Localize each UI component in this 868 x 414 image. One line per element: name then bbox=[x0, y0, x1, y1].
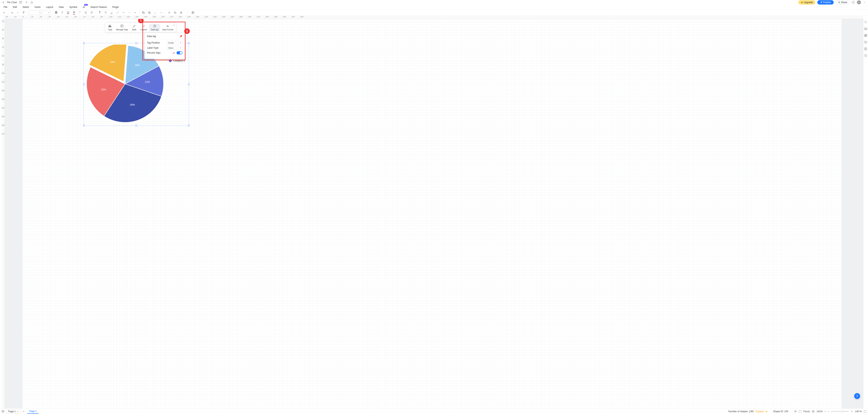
share-button[interactable]: Share bbox=[836, 0, 849, 4]
share-label: Share bbox=[841, 1, 847, 4]
align-h-icon[interactable] bbox=[83, 10, 89, 15]
play-icon[interactable] bbox=[812, 410, 814, 413]
bold-icon[interactable]: B bbox=[54, 10, 59, 15]
zoom-slider[interactable] bbox=[831, 411, 849, 412]
pin-icon[interactable]: ⇗ bbox=[173, 24, 175, 27]
line-dash-icon[interactable] bbox=[127, 10, 132, 15]
svg-rect-26 bbox=[866, 36, 867, 37]
menu-edit[interactable]: Edit bbox=[13, 6, 17, 8]
undo-icon[interactable] bbox=[9, 10, 15, 15]
handle-mr[interactable] bbox=[188, 83, 190, 85]
underline-icon[interactable]: U bbox=[65, 10, 71, 15]
font-family-select[interactable]: ▾ bbox=[29, 10, 42, 15]
menu-view[interactable]: View bbox=[59, 6, 64, 8]
fit-icon[interactable] bbox=[864, 410, 866, 413]
help-fab[interactable] bbox=[854, 393, 860, 399]
bar-chart-icon bbox=[108, 24, 112, 28]
svg-rect-13 bbox=[161, 12, 162, 13]
style-icon bbox=[132, 24, 136, 28]
svg-rect-23 bbox=[864, 34, 865, 35]
line-style-icon[interactable] bbox=[121, 10, 126, 15]
zoom-label-a[interactable]: 141% bbox=[816, 410, 823, 413]
canvas[interactable]: 19%16%13%29%23% alue Category 4 Category… bbox=[5, 19, 863, 409]
zoom-out-icon[interactable]: − bbox=[828, 410, 829, 413]
image-panel-icon[interactable] bbox=[864, 27, 868, 31]
handle-bm[interactable] bbox=[135, 125, 137, 126]
history-panel-icon[interactable] bbox=[864, 54, 868, 58]
save-icon[interactable] bbox=[19, 1, 23, 4]
table-icon[interactable] bbox=[190, 10, 196, 15]
svg-rect-14 bbox=[180, 12, 182, 13]
text-direction-icon[interactable]: T bbox=[77, 10, 83, 15]
handle-tr[interactable] bbox=[188, 42, 190, 44]
pin-icon[interactable]: 📌 bbox=[180, 35, 183, 38]
present-panel-icon[interactable] bbox=[864, 41, 868, 44]
font-color-icon[interactable]: A bbox=[71, 10, 77, 15]
expand-link[interactable]: Expand bbox=[755, 410, 764, 413]
avatar-caret-icon[interactable] bbox=[863, 1, 866, 4]
publish-button[interactable]: Publish bbox=[817, 0, 834, 4]
notes-panel-icon[interactable] bbox=[864, 47, 868, 51]
crop-icon[interactable] bbox=[173, 10, 178, 15]
tools-icon[interactable] bbox=[184, 10, 190, 15]
send-back-icon[interactable] bbox=[141, 10, 146, 15]
avatar[interactable]: S bbox=[857, 0, 861, 4]
handle-br[interactable] bbox=[188, 125, 190, 126]
fullscreen-icon[interactable] bbox=[799, 410, 802, 413]
data-tag-button[interactable]: Data tag bbox=[149, 24, 160, 31]
handle-tm[interactable] bbox=[135, 42, 137, 44]
focus-label[interactable]: Focus bbox=[804, 410, 810, 413]
lock-icon[interactable] bbox=[178, 10, 184, 15]
menu-layout[interactable]: Layout bbox=[46, 6, 53, 8]
pages-panel-icon[interactable] bbox=[2, 410, 4, 413]
back-icon[interactable] bbox=[2, 1, 5, 4]
data-icon bbox=[120, 24, 124, 28]
bring-front-icon[interactable] bbox=[147, 10, 152, 15]
star-icon[interactable] bbox=[30, 1, 34, 4]
zoom-in-icon[interactable]: ＋ bbox=[850, 410, 853, 413]
handle-tl[interactable] bbox=[83, 42, 85, 44]
page-select[interactable]: Page-1▾ bbox=[6, 410, 20, 413]
font-size-select[interactable]: ▾ bbox=[42, 10, 51, 15]
menu-select[interactable]: Select bbox=[23, 6, 29, 8]
redo-icon[interactable] bbox=[15, 10, 21, 15]
page[interactable]: 19%16%13%29%23% alue Category 4 Category… bbox=[23, 19, 842, 409]
open-external-icon[interactable] bbox=[25, 1, 28, 4]
italic-icon[interactable]: I bbox=[59, 10, 65, 15]
align-obj-icon[interactable] bbox=[153, 10, 158, 15]
apps-panel-icon[interactable] bbox=[864, 34, 868, 37]
text-tool-icon[interactable]: T bbox=[97, 10, 102, 15]
connector-icon[interactable] bbox=[115, 10, 120, 15]
chart-legend-button[interactable]: Legend bbox=[138, 24, 149, 31]
chart-style-button[interactable]: Style bbox=[130, 24, 138, 31]
shape-panel-icon[interactable] bbox=[864, 21, 868, 24]
page-tab[interactable]: Page-1 bbox=[27, 409, 39, 414]
line-color-icon[interactable] bbox=[109, 10, 115, 15]
upgrade-button[interactable]: Upgrade bbox=[798, 0, 815, 4]
manage-data-button[interactable]: Manage Data bbox=[114, 24, 130, 31]
expand-panel-icon[interactable] bbox=[1, 10, 7, 15]
menu-symbol[interactable]: Symbol bbox=[69, 6, 77, 8]
menu-file[interactable]: File bbox=[4, 6, 7, 8]
menu-search[interactable]: Search Feature bbox=[91, 6, 107, 8]
layers-icon[interactable] bbox=[794, 410, 797, 413]
menu-ai[interactable]: AIhot bbox=[83, 6, 85, 8]
chart-type-button[interactable]: Type bbox=[106, 24, 114, 31]
format-painter-icon[interactable] bbox=[21, 10, 27, 15]
popover-title: Data tag bbox=[147, 35, 156, 38]
align-v-icon[interactable] bbox=[89, 10, 94, 15]
help-icon[interactable]: ? bbox=[851, 1, 855, 4]
fill-icon[interactable] bbox=[103, 10, 108, 15]
distribute-icon[interactable] bbox=[158, 10, 164, 15]
menu-plugin[interactable]: Plugin bbox=[112, 6, 119, 8]
handle-bl[interactable] bbox=[83, 125, 85, 126]
tag-position-select[interactable]: Inside▾ bbox=[167, 41, 183, 44]
add-page-button[interactable]: ＋ bbox=[22, 410, 26, 413]
effects-icon[interactable] bbox=[166, 10, 172, 15]
label-type-select[interactable]: Value▾ bbox=[167, 46, 183, 50]
menu-insert[interactable]: Insert bbox=[34, 6, 40, 8]
handle-ml[interactable] bbox=[83, 83, 85, 85]
zoom-label-b: 140 % bbox=[855, 410, 862, 413]
arrow-style-icon[interactable] bbox=[132, 10, 138, 15]
percent-sign-toggle[interactable] bbox=[177, 51, 183, 55]
